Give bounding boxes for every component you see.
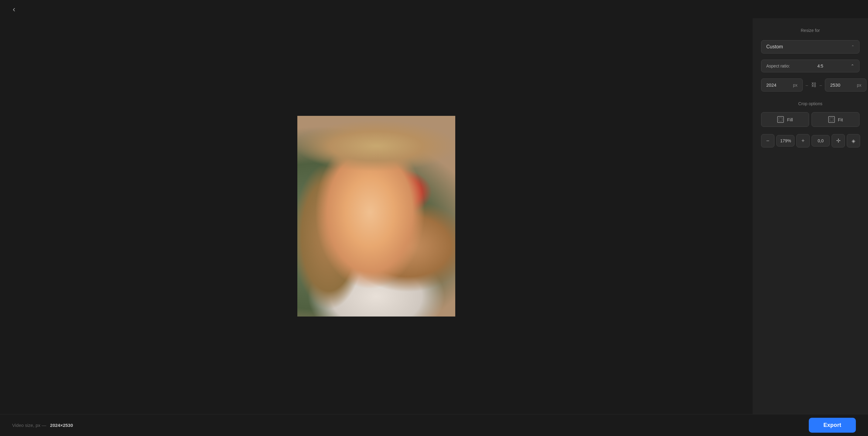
fit-icon (828, 116, 835, 123)
zoom-out-icon: − (766, 138, 770, 144)
width-input[interactable]: 2024 (766, 82, 790, 88)
zoom-value: 179% (776, 135, 795, 147)
move-button[interactable]: ✛ (832, 134, 845, 147)
dash-separator-2: – (820, 83, 822, 88)
fill-button[interactable]: Fill (761, 112, 809, 127)
fit-button[interactable]: Fit (811, 112, 860, 127)
export-button[interactable]: Export (809, 418, 856, 433)
fill-label: Fill (787, 117, 793, 122)
resize-for-label: Resize for (761, 28, 860, 33)
width-unit: px (793, 83, 798, 88)
aspect-value: 4:5 (817, 63, 823, 68)
zoom-out-button[interactable]: − (761, 134, 774, 147)
canvas-area (0, 18, 752, 414)
link-icon: ⛓ (811, 82, 817, 88)
zoom-controls-row: − 179% + 0,0 ✛ ◈ (761, 134, 860, 147)
aspect-ratio-row[interactable]: Aspect ratio: 4:5 ⌃ (761, 60, 860, 72)
image-preview (297, 116, 455, 317)
height-input-container[interactable]: 2530 px (825, 79, 866, 91)
preset-dropdown[interactable]: Custom ⌃ (761, 40, 860, 54)
video-size-info: Video size, px — 2024×2530 (12, 423, 73, 428)
width-input-container[interactable]: 2024 px (761, 79, 803, 91)
height-unit: px (857, 83, 861, 88)
crop-buttons-row: Fill Fit (761, 112, 860, 127)
zoom-in-button[interactable]: + (796, 134, 810, 147)
right-panel: Resize for Custom ⌃ Aspect ratio: 4:5 ⌃ … (752, 18, 868, 414)
crop-options-label: Crop options (761, 101, 860, 106)
aspect-chevron-icon: ⌃ (851, 63, 854, 68)
move-icon: ✛ (836, 138, 841, 144)
fill-color-button[interactable]: ◈ (847, 134, 860, 147)
fill-icon (777, 116, 784, 123)
bottom-bar: Video size, px — 2024×2530 Export (0, 414, 868, 436)
dash-separator: – (806, 83, 808, 88)
back-icon: ‹ (13, 5, 16, 14)
back-button[interactable]: ‹ (7, 2, 21, 16)
top-bar: ‹ (0, 0, 868, 18)
zoom-in-icon: + (802, 138, 805, 144)
aspect-label: Aspect ratio: (766, 63, 790, 68)
dimensions-row: 2024 px – ⛓ – 2530 px (761, 79, 860, 91)
image-canvas[interactable] (297, 116, 455, 317)
position-value: 0,0 (811, 135, 830, 147)
photo-background (297, 116, 455, 317)
dimensions-display: 2024×2530 (50, 423, 73, 428)
fill-color-icon: ◈ (851, 138, 855, 144)
info-prefix: Video size, px — (12, 423, 46, 428)
fit-label: Fit (838, 117, 843, 122)
height-input[interactable]: 2530 (830, 82, 854, 88)
preset-value: Custom (766, 44, 783, 50)
dropdown-chevron-icon: ⌃ (851, 45, 854, 49)
main-area: Resize for Custom ⌃ Aspect ratio: 4:5 ⌃ … (0, 18, 868, 414)
